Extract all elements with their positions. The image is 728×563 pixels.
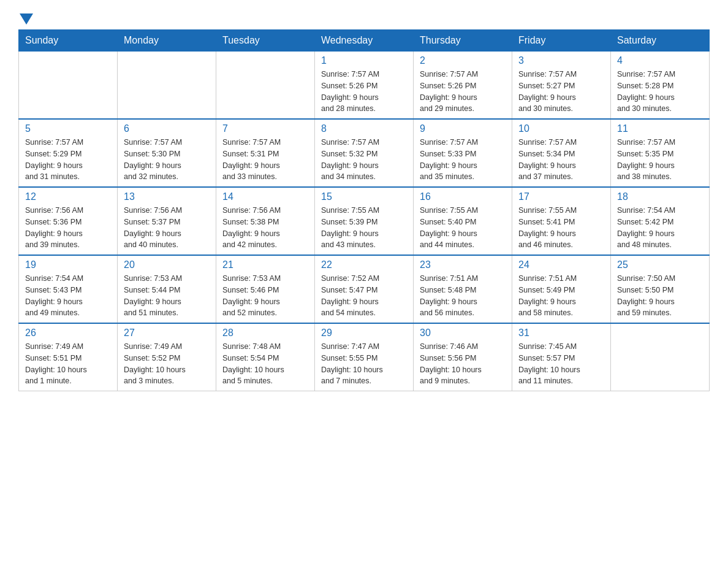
day-info: Sunrise: 7:56 AM Sunset: 5:36 PM Dayligh… [25, 205, 111, 251]
header-day-tuesday: Tuesday [216, 30, 315, 52]
day-info: Sunrise: 7:51 AM Sunset: 5:49 PM Dayligh… [518, 273, 604, 319]
day-number: 18 [617, 191, 703, 202]
calendar-cell: 2Sunrise: 7:57 AM Sunset: 5:26 PM Daylig… [414, 52, 512, 120]
day-number: 14 [222, 191, 308, 202]
day-info: Sunrise: 7:45 AM Sunset: 5:57 PM Dayligh… [518, 341, 604, 387]
day-info: Sunrise: 7:57 AM Sunset: 5:35 PM Dayligh… [617, 137, 703, 183]
calendar-cell: 5Sunrise: 7:57 AM Sunset: 5:29 PM Daylig… [19, 119, 118, 187]
day-info: Sunrise: 7:55 AM Sunset: 5:40 PM Dayligh… [420, 205, 506, 251]
day-number: 24 [518, 259, 604, 270]
calendar-cell: 1Sunrise: 7:57 AM Sunset: 5:26 PM Daylig… [315, 52, 414, 120]
logo-triangle-icon [20, 13, 33, 26]
day-number: 19 [25, 259, 111, 270]
calendar-cell [19, 52, 118, 120]
day-number: 11 [617, 123, 703, 134]
day-info: Sunrise: 7:57 AM Sunset: 5:28 PM Dayligh… [617, 69, 703, 115]
day-number: 7 [222, 123, 308, 134]
calendar-cell: 31Sunrise: 7:45 AM Sunset: 5:57 PM Dayli… [512, 323, 611, 391]
day-number: 10 [518, 123, 604, 134]
logo [18, 12, 33, 23]
day-info: Sunrise: 7:53 AM Sunset: 5:46 PM Dayligh… [222, 273, 308, 319]
day-info: Sunrise: 7:47 AM Sunset: 5:55 PM Dayligh… [321, 341, 407, 387]
day-number: 30 [420, 327, 506, 339]
day-number: 20 [124, 259, 210, 270]
day-info: Sunrise: 7:53 AM Sunset: 5:44 PM Dayligh… [124, 273, 210, 319]
day-info: Sunrise: 7:57 AM Sunset: 5:26 PM Dayligh… [321, 69, 407, 115]
calendar-header: SundayMondayTuesdayWednesdayThursdayFrid… [19, 30, 710, 52]
day-number: 5 [25, 123, 111, 134]
calendar-cell: 8Sunrise: 7:57 AM Sunset: 5:32 PM Daylig… [315, 119, 414, 187]
svg-marker-0 [20, 13, 33, 25]
day-number: 17 [518, 191, 604, 202]
week-row-3: 12Sunrise: 7:56 AM Sunset: 5:36 PM Dayli… [19, 187, 710, 255]
calendar-cell: 23Sunrise: 7:51 AM Sunset: 5:48 PM Dayli… [414, 255, 512, 323]
header-day-sunday: Sunday [19, 30, 118, 52]
day-number: 12 [25, 191, 111, 202]
header-day-saturday: Saturday [611, 30, 710, 52]
day-info: Sunrise: 7:49 AM Sunset: 5:52 PM Dayligh… [124, 341, 210, 387]
day-info: Sunrise: 7:55 AM Sunset: 5:41 PM Dayligh… [518, 205, 604, 251]
day-info: Sunrise: 7:57 AM Sunset: 5:33 PM Dayligh… [420, 137, 506, 183]
calendar-cell: 19Sunrise: 7:54 AM Sunset: 5:43 PM Dayli… [19, 255, 118, 323]
day-number: 21 [222, 259, 308, 270]
day-info: Sunrise: 7:57 AM Sunset: 5:31 PM Dayligh… [222, 137, 308, 183]
day-number: 27 [124, 327, 210, 339]
day-number: 8 [321, 123, 407, 134]
calendar-cell [118, 52, 216, 120]
day-number: 28 [222, 327, 308, 339]
day-number: 3 [518, 55, 604, 66]
calendar-cell: 24Sunrise: 7:51 AM Sunset: 5:49 PM Dayli… [512, 255, 611, 323]
day-info: Sunrise: 7:57 AM Sunset: 5:26 PM Dayligh… [420, 69, 506, 115]
calendar-cell: 3Sunrise: 7:57 AM Sunset: 5:27 PM Daylig… [512, 52, 611, 120]
day-number: 31 [518, 327, 604, 339]
calendar-cell: 18Sunrise: 7:54 AM Sunset: 5:42 PM Dayli… [611, 187, 710, 255]
calendar-cell: 9Sunrise: 7:57 AM Sunset: 5:33 PM Daylig… [414, 119, 512, 187]
day-number: 9 [420, 123, 506, 134]
day-number: 4 [617, 55, 703, 66]
day-number: 26 [25, 327, 111, 339]
calendar-cell: 22Sunrise: 7:52 AM Sunset: 5:47 PM Dayli… [315, 255, 414, 323]
calendar-body: 1Sunrise: 7:57 AM Sunset: 5:26 PM Daylig… [19, 52, 710, 391]
calendar-cell: 13Sunrise: 7:56 AM Sunset: 5:37 PM Dayli… [118, 187, 216, 255]
day-info: Sunrise: 7:57 AM Sunset: 5:34 PM Dayligh… [518, 137, 604, 183]
day-number: 29 [321, 327, 407, 339]
day-number: 2 [420, 55, 506, 66]
day-info: Sunrise: 7:48 AM Sunset: 5:54 PM Dayligh… [222, 341, 308, 387]
day-info: Sunrise: 7:54 AM Sunset: 5:43 PM Dayligh… [25, 273, 111, 319]
calendar-cell: 17Sunrise: 7:55 AM Sunset: 5:41 PM Dayli… [512, 187, 611, 255]
calendar-cell: 28Sunrise: 7:48 AM Sunset: 5:54 PM Dayli… [216, 323, 315, 391]
day-info: Sunrise: 7:50 AM Sunset: 5:50 PM Dayligh… [617, 273, 703, 319]
day-info: Sunrise: 7:57 AM Sunset: 5:29 PM Dayligh… [25, 137, 111, 183]
day-number: 23 [420, 259, 506, 270]
day-info: Sunrise: 7:57 AM Sunset: 5:32 PM Dayligh… [321, 137, 407, 183]
calendar-cell: 15Sunrise: 7:55 AM Sunset: 5:39 PM Dayli… [315, 187, 414, 255]
header-row: SundayMondayTuesdayWednesdayThursdayFrid… [19, 30, 710, 52]
week-row-2: 5Sunrise: 7:57 AM Sunset: 5:29 PM Daylig… [19, 119, 710, 187]
day-number: 22 [321, 259, 407, 270]
day-info: Sunrise: 7:54 AM Sunset: 5:42 PM Dayligh… [617, 205, 703, 251]
day-info: Sunrise: 7:57 AM Sunset: 5:27 PM Dayligh… [518, 69, 604, 115]
page-header [18, 12, 710, 23]
day-info: Sunrise: 7:56 AM Sunset: 5:38 PM Dayligh… [222, 205, 308, 251]
calendar-cell [216, 52, 315, 120]
header-day-wednesday: Wednesday [315, 30, 414, 52]
header-day-friday: Friday [512, 30, 611, 52]
day-info: Sunrise: 7:55 AM Sunset: 5:39 PM Dayligh… [321, 205, 407, 251]
calendar-cell: 27Sunrise: 7:49 AM Sunset: 5:52 PM Dayli… [118, 323, 216, 391]
day-info: Sunrise: 7:57 AM Sunset: 5:30 PM Dayligh… [124, 137, 210, 183]
day-info: Sunrise: 7:46 AM Sunset: 5:56 PM Dayligh… [420, 341, 506, 387]
calendar-cell: 10Sunrise: 7:57 AM Sunset: 5:34 PM Dayli… [512, 119, 611, 187]
calendar-cell: 4Sunrise: 7:57 AM Sunset: 5:28 PM Daylig… [611, 52, 710, 120]
calendar-cell: 7Sunrise: 7:57 AM Sunset: 5:31 PM Daylig… [216, 119, 315, 187]
week-row-5: 26Sunrise: 7:49 AM Sunset: 5:51 PM Dayli… [19, 323, 710, 391]
calendar-cell: 21Sunrise: 7:53 AM Sunset: 5:46 PM Dayli… [216, 255, 315, 323]
calendar-table: SundayMondayTuesdayWednesdayThursdayFrid… [18, 29, 710, 391]
header-day-monday: Monday [118, 30, 216, 52]
day-info: Sunrise: 7:49 AM Sunset: 5:51 PM Dayligh… [25, 341, 111, 387]
calendar-cell: 12Sunrise: 7:56 AM Sunset: 5:36 PM Dayli… [19, 187, 118, 255]
day-number: 15 [321, 191, 407, 202]
day-number: 25 [617, 259, 703, 270]
calendar-cell: 30Sunrise: 7:46 AM Sunset: 5:56 PM Dayli… [414, 323, 512, 391]
day-info: Sunrise: 7:56 AM Sunset: 5:37 PM Dayligh… [124, 205, 210, 251]
day-number: 13 [124, 191, 210, 202]
